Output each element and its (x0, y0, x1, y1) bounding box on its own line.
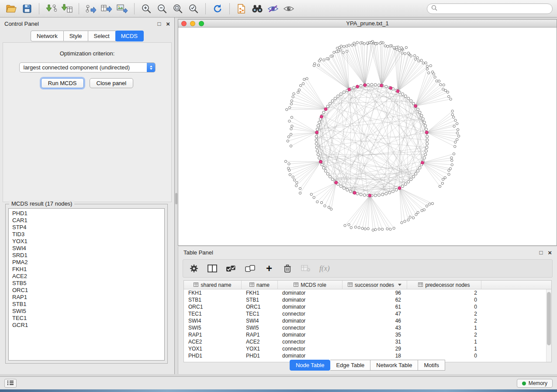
fx-icon[interactable]: f(x) (319, 263, 330, 274)
dominator-node[interactable] (319, 160, 322, 163)
zoom-out-icon[interactable] (155, 2, 169, 15)
divider-scroll-thumb[interactable] (175, 193, 177, 204)
result-node-item[interactable]: ORC1 (9, 287, 164, 294)
float-table-panel-icon[interactable]: □ (539, 250, 543, 255)
result-node-item[interactable]: FKH1 (9, 266, 164, 273)
float-panel-icon[interactable]: □ (157, 21, 161, 27)
select-all-icon[interactable] (226, 263, 236, 274)
network-window-titlebar[interactable]: YPA_prune.txt_1 (178, 20, 557, 28)
table-row[interactable]: RAP1RAP1dominator352 (184, 331, 546, 338)
result-node-item[interactable]: SWI4 (9, 245, 164, 252)
export-network-icon[interactable] (84, 2, 98, 15)
result-node-item[interactable]: RAP1 (9, 294, 164, 301)
result-node-item[interactable]: STB5 (9, 280, 164, 287)
column-header-successor-nodes[interactable]: successor nodes (343, 281, 407, 289)
column-header-MCDS-role[interactable]: MCDS role (278, 281, 343, 289)
close-panel-icon[interactable]: × (166, 21, 170, 27)
result-node-item[interactable]: PMA2 (9, 259, 164, 266)
hide-selected-icon[interactable] (266, 2, 280, 15)
close-table-panel-icon[interactable]: × (548, 249, 552, 256)
search-input[interactable] (440, 6, 548, 12)
table-row[interactable]: PHD1PHD1dominator180 (184, 352, 546, 359)
dominator-node[interactable] (398, 186, 401, 189)
panel-divider[interactable] (175, 17, 178, 374)
tab-network[interactable]: Network (31, 31, 64, 41)
open-file-icon[interactable] (4, 2, 18, 15)
result-node-item[interactable]: TEC1 (9, 315, 164, 322)
table-row[interactable]: FKH1FKH1dominator962 (184, 289, 546, 296)
first-neighbors-icon[interactable] (250, 2, 264, 15)
dominator-node[interactable] (353, 191, 356, 194)
result-node-item[interactable]: PHD1 (9, 210, 164, 217)
column-header-name[interactable]: name (242, 281, 278, 289)
import-table-icon[interactable] (60, 2, 74, 15)
result-node-item[interactable]: ACE2 (9, 273, 164, 280)
table-row[interactable]: ORC1ORC1dominator610 (184, 303, 546, 310)
dominator-node[interactable] (315, 131, 318, 134)
result-node-item[interactable]: STB1 (9, 301, 164, 308)
tab-node-table[interactable]: Node Table (290, 360, 331, 371)
show-all-icon[interactable] (282, 2, 296, 15)
minimize-window-icon[interactable] (190, 21, 195, 26)
tab-mcds[interactable]: MCDS (115, 31, 144, 41)
memory-button[interactable]: Memory (517, 379, 553, 388)
column-header-predecessor-nodes[interactable]: predecessor nodes (407, 281, 481, 289)
tab-motifs[interactable]: Motifs (418, 360, 445, 371)
network-canvas[interactable] (178, 28, 557, 245)
mcds-result-list[interactable]: PHD1CAR1STP4TID3YOX1SWI4SRD1PMA2FKH1ACE2… (8, 208, 165, 361)
close-panel-button[interactable]: Close panel (90, 78, 134, 88)
dominator-node[interactable] (380, 84, 383, 87)
table-scroll-thumb[interactable] (547, 292, 551, 345)
dominator-node[interactable] (421, 161, 424, 164)
result-node-item[interactable]: STP4 (9, 224, 164, 231)
search-box[interactable] (427, 3, 553, 14)
task-history-button[interactable] (4, 379, 17, 388)
unselect-all-icon[interactable] (245, 263, 256, 274)
table-row[interactable]: SWI5SWI5connector431 (184, 324, 546, 331)
gear-icon[interactable] (189, 263, 199, 274)
zoom-selected-icon[interactable] (187, 2, 201, 15)
tab-select[interactable]: Select (88, 31, 116, 41)
tab-style[interactable]: Style (64, 31, 88, 41)
export-image-icon[interactable] (115, 2, 129, 15)
result-node-item[interactable]: GCR1 (9, 322, 164, 329)
dominator-node[interactable] (348, 88, 351, 91)
result-node-item[interactable]: TID3 (9, 231, 164, 238)
tab-edge-table[interactable]: Edge Table (330, 360, 370, 371)
dominator-node[interactable] (324, 107, 327, 110)
criterion-dropdown[interactable]: largest connected component (undirected) (19, 62, 156, 72)
close-window-icon[interactable] (181, 21, 187, 26)
result-node-item[interactable]: YOX1 (9, 238, 164, 245)
table-row[interactable]: YOX1YOX1connector291 (184, 345, 546, 352)
import-network-icon[interactable] (44, 2, 58, 15)
maximize-window-icon[interactable] (199, 21, 204, 26)
table-scrollbar[interactable] (546, 289, 551, 362)
dominator-node[interactable] (368, 194, 371, 197)
dominator-node[interactable] (320, 115, 323, 118)
network-graph[interactable] (178, 28, 557, 245)
table-row[interactable]: STB1STB1dominator620 (184, 296, 546, 303)
run-mcds-button[interactable]: Run MCDS (41, 78, 84, 88)
column-header-shared-name[interactable]: shared name (184, 281, 242, 289)
dominator-node[interactable] (425, 131, 428, 134)
dominator-node[interactable] (396, 89, 399, 93)
dominator-node[interactable] (363, 83, 367, 86)
dominator-node[interactable] (389, 86, 392, 89)
columns-icon[interactable] (208, 263, 217, 274)
result-node-item[interactable]: CAR1 (9, 217, 164, 224)
dominator-node[interactable] (335, 181, 338, 184)
dominator-node[interactable] (414, 104, 417, 107)
export-table-icon[interactable] (100, 2, 114, 15)
network-share-icon[interactable] (235, 2, 249, 15)
add-row-icon[interactable]: + (264, 263, 274, 274)
delete-row-icon[interactable] (283, 263, 292, 274)
tab-network-table[interactable]: Network Table (370, 360, 418, 371)
table-row[interactable]: ACE2ACE2connector311 (184, 338, 546, 345)
table-row[interactable]: TEC1TEC1connector472 (184, 310, 546, 317)
result-node-item[interactable]: SWI5 (9, 308, 164, 315)
save-session-icon[interactable] (20, 2, 34, 15)
apply-layout-icon[interactable] (211, 2, 225, 15)
table-row[interactable]: SWI4SWI4dominator462 (184, 317, 546, 324)
zoom-fit-icon[interactable] (171, 2, 185, 15)
sort-desc-icon[interactable] (398, 284, 401, 286)
